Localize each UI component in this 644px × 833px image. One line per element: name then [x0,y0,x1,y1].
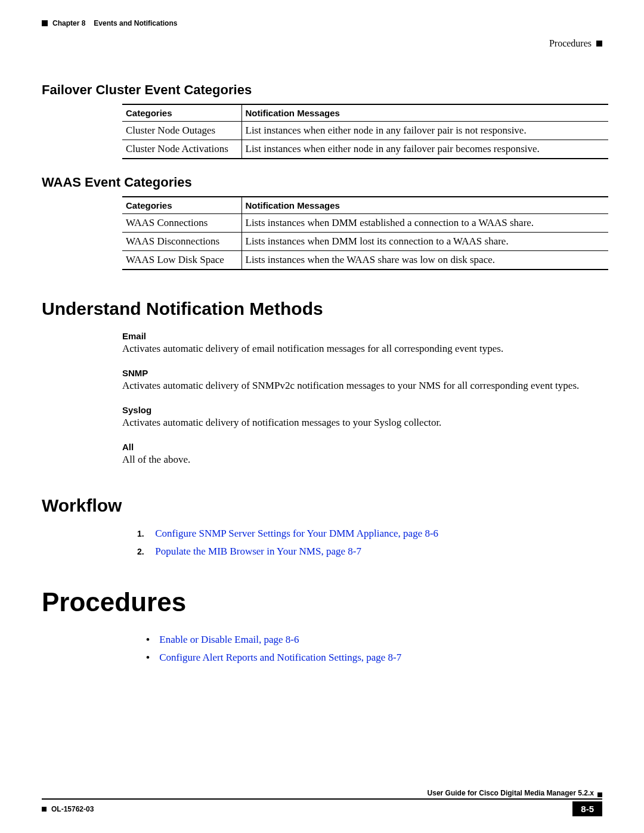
list-item: 1. Configure SNMP Server Settings for Yo… [137,528,602,540]
bullet-icon: • [146,634,157,646]
table-row: WAAS Connections Lists instances when DM… [122,214,608,233]
table-row: WAAS Low Disk Space Lists instances when… [122,251,608,270]
col-messages: Notification Messages [242,197,608,214]
col-categories: Categories [122,197,242,214]
chapter-title: Events and Notifications [94,19,177,27]
item-number: 1. [137,529,148,538]
text-email: Activates automatic delivery of email no… [122,342,599,356]
cell-category: Cluster Node Outages [122,122,242,140]
table-waas: Categories Notification Messages WAAS Co… [122,196,608,270]
footer-bottom-row: OL-15762-03 8-5 [42,801,602,816]
page-header: Chapter 8 Events and Notifications [42,19,602,27]
square-icon [42,807,47,812]
link-mib-browser[interactable]: Populate the MIB Browser in Your NMS, pa… [155,546,361,557]
link-enable-email[interactable]: Enable or Disable Email, page 8-6 [159,634,299,645]
header-left: Chapter 8 Events and Notifications [42,19,177,27]
heading-failover: Failover Cluster Event Categories [42,82,602,98]
cell-category: WAAS Low Disk Space [122,251,242,270]
page-footer: User Guide for Cisco Digital Media Manag… [42,789,602,816]
page-number: 8-5 [572,801,602,816]
cell-message: List instances when either node in any f… [242,140,608,159]
label-all: All [122,442,602,452]
cell-category: WAAS Connections [122,214,242,233]
cell-message: Lists instances when the WAAS share was … [242,251,608,270]
list-item: • Configure Alert Reports and Notificati… [146,652,602,664]
cell-message: List instances when either node in any f… [242,122,608,140]
cell-category: WAAS Disconnections [122,233,242,251]
label-email: Email [122,331,602,341]
table-failover: Categories Notification Messages Cluster… [122,104,608,159]
text-all: All of the above. [122,453,599,467]
doc-number: OL-15762-03 [51,805,94,813]
list-item: • Enable or Disable Email, page 8-6 [146,634,602,646]
header-right: Procedures [42,38,602,49]
table-row: WAAS Disconnections Lists instances when… [122,233,608,251]
cell-message: Lists instances when DMM lost its connec… [242,233,608,251]
label-snmp: SNMP [122,368,602,378]
footer-top-row: User Guide for Cisco Digital Media Manag… [42,789,602,797]
footer-guide-title: User Guide for Cisco Digital Media Manag… [42,789,594,797]
list-item: 2. Populate the MIB Browser in Your NMS,… [137,546,602,558]
header-section-label: Procedures [549,38,592,49]
text-syslog: Activates automatic delivery of notifica… [122,416,599,430]
chapter-label: Chapter 8 [52,19,85,27]
col-messages: Notification Messages [242,104,608,122]
document-page: Chapter 8 Events and Notifications Proce… [0,0,644,689]
square-icon [597,792,602,797]
cell-message: Lists instances when DMM established a c… [242,214,608,233]
bullet-icon: • [146,652,157,664]
heading-procedures: Procedures [42,587,602,617]
procedures-list: • Enable or Disable Email, page 8-6 • Co… [146,634,602,664]
square-icon [42,20,48,26]
table-row: Cluster Node Activations List instances … [122,140,608,159]
table-header-row: Categories Notification Messages [122,104,608,122]
label-syslog: Syslog [122,405,602,415]
footer-left: OL-15762-03 [42,805,94,813]
heading-waas: WAAS Event Categories [42,175,602,190]
heading-workflow: Workflow [42,496,602,516]
heading-understand: Understand Notification Methods [42,299,602,319]
table-header-row: Categories Notification Messages [122,197,608,214]
item-number: 2. [137,547,148,556]
table-row: Cluster Node Outages List instances when… [122,122,608,140]
footer-divider [42,798,602,800]
link-alert-reports[interactable]: Configure Alert Reports and Notification… [159,652,401,663]
link-snmp-settings[interactable]: Configure SNMP Server Settings for Your … [155,528,438,539]
col-categories: Categories [122,104,242,122]
cell-category: Cluster Node Activations [122,140,242,159]
text-snmp: Activates automatic delivery of SNMPv2c … [122,379,599,393]
square-icon [596,41,602,47]
workflow-list: 1. Configure SNMP Server Settings for Yo… [137,528,602,558]
